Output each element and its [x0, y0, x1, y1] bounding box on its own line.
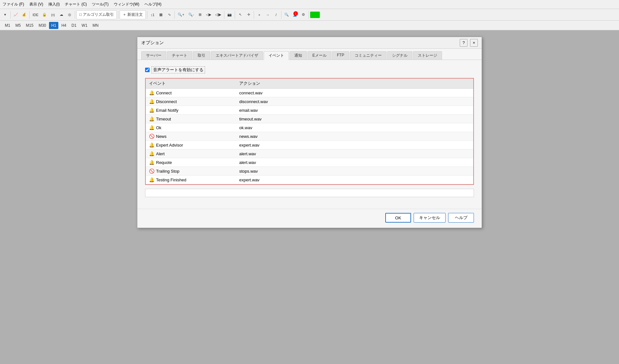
- timeframe-h1[interactable]: H1: [49, 22, 58, 29]
- audio-alert-checkbox[interactable]: [145, 68, 150, 72]
- tab-通知[interactable]: 通知: [290, 51, 307, 60]
- toolbar-btn-🔒[interactable]: 🔒: [41, 10, 48, 19]
- toolbar-btn-↖[interactable]: ↖: [236, 10, 244, 19]
- event-row[interactable]: 🔔Connectconnect.wav: [146, 89, 473, 97]
- timeframe-w1[interactable]: W1: [79, 22, 90, 29]
- timeframe-m1[interactable]: M1: [3, 22, 13, 29]
- menu-item-ツール(t)[interactable]: ツール(T): [92, 2, 108, 7]
- profile-button[interactable]: 👤1: [291, 10, 299, 19]
- toolbar-separator: [75, 11, 75, 19]
- tab-イベント[interactable]: イベント: [264, 51, 289, 60]
- tab-エキスパートアドバイザ[interactable]: エキスパートアドバイザ: [211, 51, 263, 60]
- menu-item-チャート(c)[interactable]: チャート (C): [65, 2, 87, 7]
- action-cell: stops.wav: [236, 167, 473, 176]
- timeframe-m15[interactable]: M15: [24, 22, 35, 29]
- action-cell: ok.wav: [236, 123, 473, 132]
- toolbar-btn-□アルゴリズム取引[interactable]: □ アルゴリズム取引: [76, 10, 117, 19]
- event-cell: 🔔Ok: [146, 123, 236, 132]
- event-row[interactable]: 🔔Testing Finishedexpert.wav: [146, 176, 473, 184]
- event-row[interactable]: 🔔Requotealert.wav: [146, 158, 473, 167]
- toolbar-btn-▾[interactable]: ▾: [1, 10, 9, 19]
- toolbar-btn-▦[interactable]: ▦: [157, 10, 165, 19]
- cancel-button[interactable]: キャンセル: [414, 213, 446, 223]
- events-container: イベント アクション 🔔Connectconnect.wav🔔Disconnec…: [145, 78, 474, 185]
- event-cell: 🔔Alert: [146, 149, 236, 158]
- event-row[interactable]: 🚫Newsnews.wav: [146, 132, 473, 141]
- timeframe-d1[interactable]: D1: [69, 22, 79, 29]
- help-button[interactable]: ヘルプ: [448, 213, 474, 223]
- action-cell: timeout.wav: [236, 115, 473, 123]
- toolbar-btn-∿[interactable]: ∿: [165, 10, 173, 19]
- toolbar-btn-◁▶[interactable]: ◁▶: [204, 10, 213, 19]
- action-cell: disconnect.wav: [236, 97, 473, 106]
- toolbar-separator: [224, 11, 224, 19]
- bell-icon: 🔔: [149, 125, 154, 130]
- toolbar-btn-⊞[interactable]: ⊞: [196, 10, 204, 19]
- tab-チャート[interactable]: チャート: [167, 51, 192, 60]
- menu-item-挿入(i)[interactable]: 挿入(I): [48, 2, 60, 7]
- audio-alert-label[interactable]: 音声アラートを有効にする: [152, 66, 205, 73]
- toolbar-btn-☁[interactable]: ☁: [57, 10, 65, 19]
- menu-item-ファイル(f)[interactable]: ファイル (F): [3, 2, 24, 7]
- event-cell: 🔔Timeout: [146, 115, 236, 123]
- event-row[interactable]: 🔔Okok.wav: [146, 123, 473, 132]
- toolbar-separator: [118, 11, 118, 19]
- timeframe-m30[interactable]: M30: [36, 22, 48, 29]
- toolbar-btn-🔍-[interactable]: 🔍-: [187, 10, 196, 19]
- toolbar-btn-◎[interactable]: ◎: [66, 10, 74, 19]
- bell-icon: 🔔: [149, 108, 154, 113]
- toolbar-btn-⚙[interactable]: ⚙: [300, 10, 307, 19]
- menu-item-表示(v)[interactable]: 表示 (V): [29, 2, 43, 7]
- menu-bar: ファイル (F)表示 (V)挿入(I)チャート (C)ツール(T)ウィンドウ(W…: [0, 0, 619, 9]
- toolbar-btn-/[interactable]: /: [272, 10, 280, 19]
- toolbar-btn-💰[interactable]: 💰: [20, 10, 28, 19]
- toolbar-btn-＋新規注文[interactable]: ＋ 新規注文: [120, 10, 146, 19]
- event-input[interactable]: [145, 189, 474, 197]
- tab-サーバー[interactable]: サーバー: [141, 51, 166, 60]
- no-event-icon: 🚫: [149, 168, 154, 174]
- toolbar-btn-(•)[interactable]: (•): [49, 10, 57, 19]
- tab-シグナル[interactable]: シグナル: [387, 51, 412, 60]
- tab-ftp[interactable]: FTP: [332, 51, 349, 60]
- timeframe-mn[interactable]: MN: [90, 22, 101, 29]
- toolbar-separator: [254, 11, 254, 19]
- toolbar-btn-◁|▶[interactable]: ◁|▶: [213, 10, 223, 19]
- tab-コミュニティー[interactable]: コミュニティー: [350, 51, 387, 60]
- action-cell: connect.wav: [236, 89, 473, 97]
- event-name: Ok: [156, 125, 162, 130]
- menu-item-ヘルプ(h)[interactable]: ヘルプ(H): [144, 2, 162, 7]
- menu-item-ウィンドウ(w)[interactable]: ウィンドウ(W): [114, 2, 139, 7]
- action-cell: alert.wav: [236, 158, 473, 167]
- timeframe-h4[interactable]: H4: [59, 22, 68, 29]
- timeframe-m5[interactable]: M5: [13, 22, 23, 29]
- toolbar-btn-IDE[interactable]: IDE: [31, 10, 40, 19]
- event-row[interactable]: 🔔Alertalert.wav: [146, 149, 473, 158]
- dialog-close-button[interactable]: ×: [470, 39, 478, 47]
- event-row[interactable]: 🔔Email Notifyemail.wav: [146, 106, 473, 115]
- event-row[interactable]: 🔔Disconnectdisconnect.wav: [146, 97, 473, 106]
- event-row[interactable]: 🚫Trailing Stopstops.wav: [146, 167, 473, 176]
- timeframe-bar: M1M5M15M30H1H4D1W1MN: [0, 21, 619, 30]
- toolbar-separator: [29, 11, 30, 19]
- event-row[interactable]: 🔔Expert Advisorexpert.wav: [146, 141, 473, 149]
- toolbar: ▾📈💰IDE🔒(•)☁◎□ アルゴリズム取引＋ 新規注文↕1▦∿🔍+🔍-⊞◁▶◁…: [0, 9, 619, 21]
- tab-取引[interactable]: 取引: [193, 51, 210, 60]
- bell-icon: 🔔: [149, 116, 154, 121]
- ok-button[interactable]: OK: [385, 213, 411, 223]
- toolbar-btn-↕1[interactable]: ↕1: [149, 10, 156, 19]
- dialog-help-button[interactable]: ?: [460, 39, 467, 47]
- tab-eメール[interactable]: Eメール: [308, 51, 331, 60]
- toolbar-btn-→[interactable]: →: [264, 10, 271, 19]
- event-cell: 🔔Expert Advisor: [146, 141, 236, 149]
- col-event-header: イベント: [146, 79, 236, 89]
- toolbar-btn-✛[interactable]: ✛: [245, 10, 252, 19]
- toolbar-btn-🔍[interactable]: 🔍: [283, 10, 290, 19]
- event-row[interactable]: 🔔Timeouttimeout.wav: [146, 115, 473, 123]
- toolbar-separator: [10, 11, 11, 19]
- toolbar-btn-🔍+[interactable]: 🔍+: [176, 10, 186, 19]
- event-name: Alert: [156, 151, 165, 156]
- tab-ストレージ[interactable]: ストレージ: [413, 51, 442, 60]
- toolbar-btn-+[interactable]: +: [255, 10, 263, 19]
- toolbar-btn-📷[interactable]: 📷: [226, 10, 233, 19]
- toolbar-btn-📈[interactable]: 📈: [12, 10, 20, 19]
